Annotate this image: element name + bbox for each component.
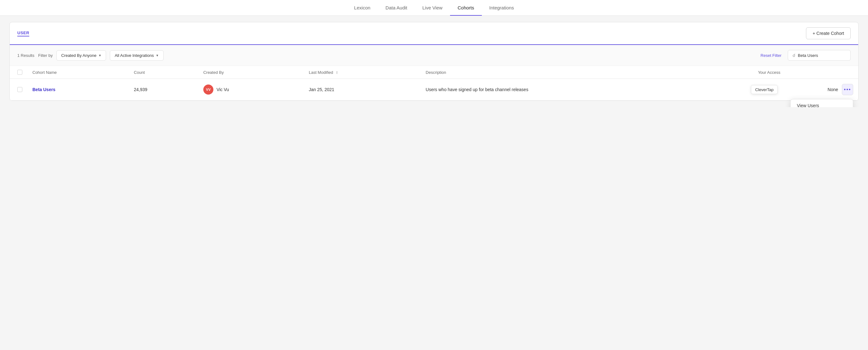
col-access: Your Access	[753, 66, 858, 79]
menu-view-users[interactable]: View Users	[790, 99, 853, 107]
created-by-dropdown-arrow: ▼	[98, 54, 101, 57]
col-last-modified[interactable]: Last Modified ⇧	[304, 66, 421, 79]
actions-button[interactable]: •••	[842, 84, 853, 95]
created-by-name: Vic Vu	[217, 87, 229, 92]
actions-col: None CleverTap ••• View Users	[758, 84, 853, 95]
created-by-cell: VV Vic Vu	[203, 84, 299, 95]
nav-cohorts[interactable]: Cohorts	[450, 0, 482, 15]
context-menu: View Users Visualize Trend Refresh Count	[790, 99, 853, 107]
row-checkbox[interactable]	[17, 87, 22, 92]
nav-data-audit[interactable]: Data Audit	[378, 0, 415, 15]
cohorts-table: Cohort Name Count Created By Last Modifi…	[10, 66, 858, 101]
search-box: ☌	[788, 50, 851, 61]
created-by-label: Created By Anyone	[61, 53, 96, 58]
results-count: 1 Results	[17, 53, 34, 58]
filter-by-label: Filter by	[38, 53, 53, 58]
cohort-count: 24,939	[129, 79, 198, 101]
clevertap-tooltip: CleverTap	[751, 85, 778, 94]
cohorts-panel: USER + Create Cohort 1 Results Filter by…	[9, 22, 859, 101]
last-modified: Jan 25, 2021	[304, 79, 421, 101]
create-cohort-label: + Create Cohort	[813, 31, 844, 36]
cohort-name-link[interactable]: Beta Users	[32, 87, 55, 92]
table-header: Cohort Name Count Created By Last Modifi…	[10, 66, 858, 79]
description: Users who have signed up for beta channe…	[421, 79, 753, 101]
search-icon: ☌	[793, 53, 795, 58]
panel-header: USER + Create Cohort	[10, 22, 858, 45]
created-by-dropdown[interactable]: Created By Anyone ▼	[56, 50, 106, 61]
top-navigation: Lexicon Data Audit Live View Cohorts Int…	[0, 0, 868, 16]
reset-filter-button[interactable]: Reset Filter	[758, 52, 784, 59]
nav-integrations[interactable]: Integrations	[482, 0, 522, 15]
integrations-label: All Active Integrations	[115, 53, 154, 58]
table-body: Beta Users 24,939 VV Vic Vu Jan 25, 2021…	[10, 79, 858, 101]
col-created-by: Created By	[198, 66, 304, 79]
nav-live-view[interactable]: Live View	[415, 0, 450, 15]
col-description: Description	[421, 66, 753, 79]
integrations-dropdown[interactable]: All Active Integrations ▼	[110, 50, 163, 61]
select-all-checkbox[interactable]	[17, 70, 22, 75]
nav-lexicon[interactable]: Lexicon	[346, 0, 378, 15]
integrations-dropdown-arrow: ▼	[156, 54, 159, 57]
col-count: Count	[129, 66, 198, 79]
access-value: None	[828, 87, 838, 92]
create-cohort-button[interactable]: + Create Cohort	[806, 27, 851, 39]
main-content: USER + Create Cohort 1 Results Filter by…	[0, 16, 868, 107]
col-cohort-name: Cohort Name	[27, 66, 129, 79]
panel-header-left: USER	[17, 31, 29, 36]
search-input[interactable]	[798, 53, 842, 58]
cohorts-table-wrap: Cohort Name Count Created By Last Modifi…	[10, 66, 858, 101]
avatar: VV	[203, 84, 213, 95]
table-row: Beta Users 24,939 VV Vic Vu Jan 25, 2021…	[10, 79, 858, 101]
user-tab[interactable]: USER	[17, 31, 29, 36]
sort-icon: ⇧	[336, 71, 338, 75]
filter-bar: 1 Results Filter by Created By Anyone ▼ …	[10, 45, 858, 66]
